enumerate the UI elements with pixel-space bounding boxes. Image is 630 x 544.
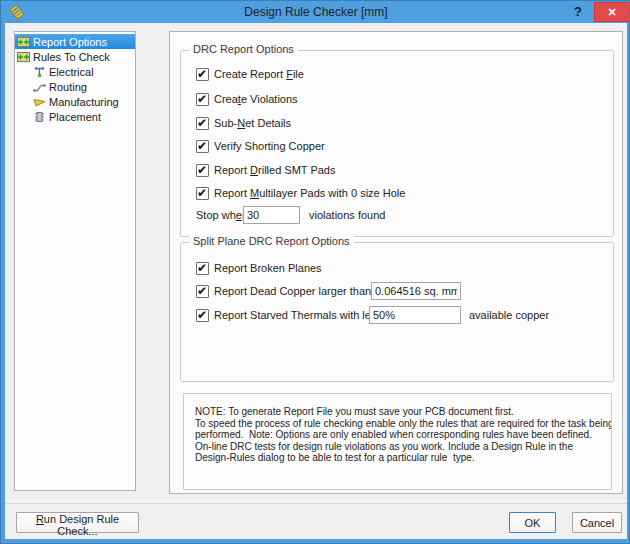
cancel-button[interactable]: Cancel [572, 512, 622, 533]
checkbox-report-broken-planes[interactable]: ✔ Report Broken Planes [196, 259, 605, 277]
checkbox-label: Report Drilled SMT Pads [214, 164, 335, 176]
checkbox-icon[interactable]: ✔ [196, 285, 209, 298]
group-title: Split Plane DRC Report Options [189, 235, 354, 247]
checkbox-label: Report Multilayer Pads with 0 size Hole [214, 187, 405, 199]
dialog-content: Report Options Rules To Check [5, 23, 627, 539]
checkbox-label: Create Report File [214, 68, 304, 80]
tree-item-report-options[interactable]: Report Options [15, 34, 135, 49]
checkbox-report-drilled-smt-pads[interactable]: ✔ Report Drilled SMT Pads [196, 161, 605, 179]
rules-folder-icon [17, 51, 30, 63]
group-title: DRC Report Options [189, 43, 298, 55]
stop-when-suffix: violations found [309, 209, 385, 221]
checkbox-label: Report Starved Thermals with less than [214, 309, 370, 321]
checkbox-icon[interactable]: ✔ [196, 309, 209, 322]
close-icon: ✕ [607, 6, 616, 18]
tree-item-placement[interactable]: Placement [15, 109, 135, 124]
checkbox-icon[interactable]: ✔ [196, 164, 209, 177]
titlebar: Design Rule Checker [mm] ? ✕ [1, 1, 630, 23]
dead-copper-input[interactable] [371, 282, 461, 300]
routing-icon [33, 81, 46, 93]
options-panel: DRC Report Options ✔ Create Report File … [169, 31, 623, 494]
drc-report-options-group: DRC Report Options ✔ Create Report File … [180, 50, 614, 237]
checkbox-verify-shorting-copper[interactable]: ✔ Verify Shorting Copper [196, 137, 605, 155]
close-button[interactable]: ✕ [594, 2, 630, 22]
note-line: To speed the process of rule checking en… [195, 418, 611, 430]
tree-item-electrical[interactable]: Electrical [15, 64, 135, 79]
run-design-rule-check-button[interactable]: Run Design Rule Check... [16, 512, 139, 533]
help-button[interactable]: ? [569, 1, 587, 22]
checkbox-icon[interactable]: ✔ [196, 68, 209, 81]
checkbox-label: Report Broken Planes [214, 262, 322, 274]
button-bar: Run Design Rule Check... OK Cancel [5, 503, 627, 539]
category-tree: Report Options Rules To Check [14, 31, 136, 491]
note-line: performed. Note: Options are only enable… [195, 429, 611, 441]
checkbox-create-violations[interactable]: ✔ Create Violations [196, 90, 605, 108]
rules-folder-icon [17, 36, 30, 48]
tree-item-label: Electrical [49, 66, 94, 78]
tree-item-manufacturing[interactable]: Manufacturing [15, 94, 135, 109]
note-line: NOTE: To generate Report File you must s… [195, 406, 611, 418]
window-title: Design Rule Checker [mm] [1, 1, 630, 23]
note-box: NOTE: To generate Report File you must s… [183, 393, 612, 490]
stop-when-label: Stop when [196, 209, 248, 221]
starved-thermals-input[interactable] [369, 306, 461, 324]
checkbox-report-multilayer-pads[interactable]: ✔ Report Multilayer Pads with 0 size Hol… [196, 184, 605, 202]
stop-when-input[interactable] [243, 206, 300, 224]
tree-item-label: Routing [49, 81, 87, 93]
checkbox-icon[interactable]: ✔ [196, 140, 209, 153]
tree-item-routing[interactable]: Routing [15, 79, 135, 94]
tree-item-label: Report Options [33, 36, 107, 48]
checkbox-label: Report Dead Copper larger than [214, 285, 371, 297]
tree-item-rules-to-check[interactable]: Rules To Check [15, 49, 135, 64]
tree-item-label: Manufacturing [49, 96, 119, 108]
checkbox-icon[interactable]: ✔ [196, 117, 209, 130]
checkbox-label: Verify Shorting Copper [214, 140, 325, 152]
checkbox-icon[interactable]: ✔ [196, 93, 209, 106]
stop-when-row: Stop when violations found [196, 206, 605, 224]
checkbox-report-starved-thermals[interactable]: ✔ Report Starved Thermals with less than… [196, 306, 605, 324]
tree-item-label: Rules To Check [33, 51, 110, 63]
placement-icon [33, 111, 46, 123]
note-line: Design-Rules dialog to be able to test f… [195, 452, 611, 464]
checkbox-report-dead-copper[interactable]: ✔ Report Dead Copper larger than [196, 282, 605, 300]
manufacturing-icon [33, 96, 46, 108]
note-line: On-line DRC tests for design rule violat… [195, 441, 611, 453]
checkbox-icon[interactable]: ✔ [196, 187, 209, 200]
checkbox-icon[interactable]: ✔ [196, 262, 209, 275]
starved-thermals-suffix: available copper [469, 309, 549, 321]
checkbox-label: Sub-Net Details [214, 117, 291, 129]
tree-item-label: Placement [49, 111, 101, 123]
checkbox-label: Create Violations [214, 93, 298, 105]
design-rule-checker-dialog: Design Rule Checker [mm] ? ✕ Report Opti… [0, 0, 630, 544]
electrical-icon [33, 66, 46, 78]
checkbox-create-report-file[interactable]: ✔ Create Report File [196, 65, 605, 83]
split-plane-options-group: Split Plane DRC Report Options ✔ Report … [180, 242, 614, 382]
ok-button[interactable]: OK [509, 512, 556, 533]
checkbox-sub-net-details[interactable]: ✔ Sub-Net Details [196, 114, 605, 132]
